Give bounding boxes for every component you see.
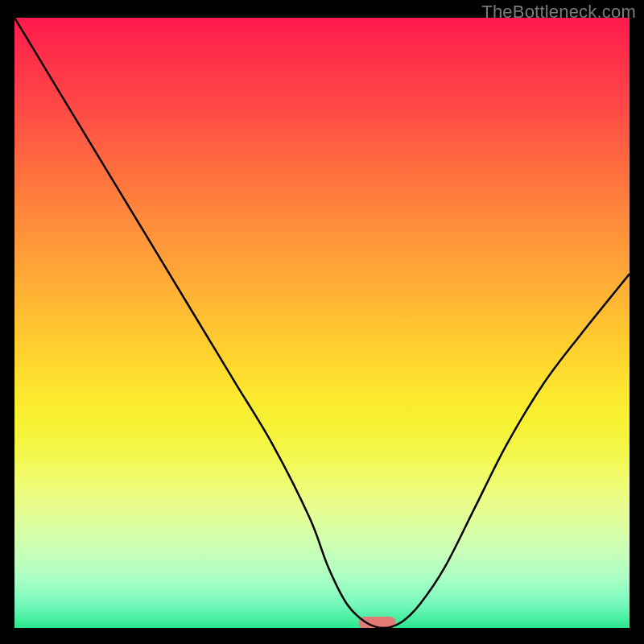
curve-path: [14, 18, 630, 628]
plot-area: [14, 18, 630, 628]
bottleneck-curve: [14, 18, 630, 628]
chart-frame: TheBottleneck.com: [0, 0, 644, 644]
watermark-text: TheBottleneck.com: [481, 2, 636, 23]
